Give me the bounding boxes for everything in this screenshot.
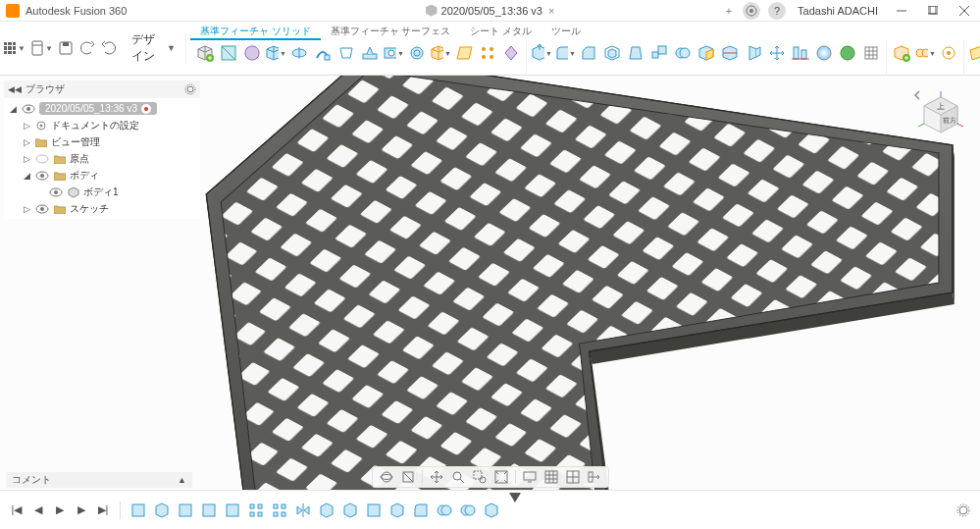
zoom-window-button[interactable]	[470, 468, 490, 486]
shell-button[interactable]	[601, 42, 623, 64]
comments-bar[interactable]: コメント ▲	[6, 472, 192, 488]
timeline-play-button[interactable]: ▶	[51, 502, 69, 519]
loft-button[interactable]	[335, 42, 357, 64]
timeline-end-button[interactable]: ▶|	[94, 502, 112, 519]
timeline-feature-sketch-1[interactable]	[129, 501, 148, 520]
draft-button[interactable]	[625, 42, 646, 64]
timeline-feature-mirror-1[interactable]	[293, 501, 313, 520]
visibility-off-icon[interactable]	[34, 153, 50, 165]
new-component-asm-button[interactable]	[891, 42, 912, 64]
sweep-button[interactable]	[312, 42, 334, 64]
combine-button[interactable]	[672, 42, 694, 64]
timeline-feature-sketch-3[interactable]	[199, 501, 219, 520]
window-close-button[interactable]	[949, 0, 980, 22]
timeline-feature-combine-2[interactable]	[458, 501, 478, 520]
timeline-settings-button[interactable]	[954, 502, 972, 519]
collapse-icon[interactable]: ◀◀	[8, 84, 22, 94]
timeline-feature-sketch-2[interactable]	[176, 501, 195, 520]
derive-button[interactable]	[500, 42, 522, 64]
tree-named-views[interactable]: ▷ ビュー管理	[4, 133, 200, 150]
timeline-feature-extrude-3[interactable]	[340, 501, 360, 520]
redo-button[interactable]	[100, 36, 118, 60]
chevron-up-icon[interactable]: ▲	[178, 475, 186, 485]
timeline-feature-extrude-5[interactable]	[482, 501, 501, 520]
document-tab[interactable]: 2020/05/05_13:36 v3 ×	[426, 5, 555, 17]
timeline-feature-extrude-4[interactable]	[387, 501, 407, 520]
look-at-button[interactable]	[398, 468, 418, 486]
offset-face-button[interactable]	[696, 42, 717, 64]
pattern-button[interactable]	[477, 42, 498, 64]
tree-origin[interactable]: ▷ 原点	[4, 150, 200, 167]
timeline-feature-combine-1[interactable]	[435, 501, 454, 520]
timeline-back-button[interactable]: ◀	[29, 502, 47, 519]
visibility-icon[interactable]	[21, 103, 36, 115]
align-button[interactable]	[790, 42, 811, 64]
tab-surface[interactable]: 基準フィーチャ サーフェス	[321, 22, 461, 40]
hole-button[interactable]: ▼	[383, 42, 404, 64]
chamfer-button[interactable]	[578, 42, 599, 64]
create-form-button[interactable]	[241, 42, 263, 64]
fillet-button[interactable]: ▼	[554, 42, 576, 64]
timeline-marker[interactable]	[509, 493, 521, 503]
close-document-icon[interactable]: ×	[548, 5, 554, 17]
pan-button[interactable]	[427, 468, 446, 486]
visibility-icon[interactable]	[34, 170, 50, 182]
zoom-button[interactable]	[448, 468, 468, 486]
twisty-icon[interactable]: ▷	[22, 121, 31, 131]
timeline-feature-extrude-1[interactable]	[152, 501, 172, 520]
twisty-icon[interactable]: ◢	[8, 104, 18, 114]
timeline-feature-pattern-2[interactable]	[270, 501, 289, 520]
save-button[interactable]	[57, 36, 75, 60]
timeline-feature-sketch-4[interactable]	[223, 501, 242, 520]
revolve-button[interactable]	[288, 42, 310, 64]
scale-button[interactable]	[648, 42, 670, 64]
record-icon[interactable]	[141, 104, 151, 114]
tab-solid[interactable]: 基準フィーチャ ソリッド	[190, 22, 321, 40]
twisty-icon[interactable]: ▷	[22, 137, 31, 147]
press-pull-button[interactable]: ▼	[531, 42, 552, 64]
orbit-button[interactable]	[377, 468, 396, 486]
extensions-button[interactable]	[743, 2, 760, 20]
undo-button[interactable]	[78, 36, 96, 60]
window-maximize-button[interactable]	[917, 0, 949, 22]
extrude-button[interactable]: ▼	[265, 42, 286, 64]
physical-material-button[interactable]	[813, 42, 835, 64]
rib-button[interactable]	[359, 42, 381, 64]
timeline-feature-pattern-1[interactable]	[246, 501, 266, 520]
tab-tools[interactable]: ツール	[542, 22, 591, 40]
box-button[interactable]: ▼	[430, 42, 451, 64]
display-settings-button[interactable]	[520, 468, 540, 486]
user-name[interactable]: Tadashi ADACHI	[790, 5, 886, 17]
timeline-feature-extrude-2[interactable]	[317, 501, 336, 520]
split-body-button[interactable]	[743, 42, 764, 64]
browser-header[interactable]: ◀◀ ブラウザ	[4, 80, 200, 98]
appearance-button[interactable]	[837, 42, 858, 64]
plane-button[interactable]	[453, 42, 475, 64]
as-built-joint-button[interactable]	[938, 42, 959, 64]
data-panel-button[interactable]: ▼	[4, 36, 26, 60]
new-component-button[interactable]	[194, 42, 216, 64]
split-face-button[interactable]	[719, 42, 741, 64]
file-menu-button[interactable]: ▼	[29, 36, 53, 60]
timeline-feature-fillet-1[interactable]	[411, 501, 431, 520]
visibility-icon[interactable]	[34, 203, 50, 215]
tree-doc-settings[interactable]: ▷ ドキュメントの設定	[4, 117, 200, 133]
timeline-feature-sketch-5[interactable]	[364, 501, 384, 520]
twisty-icon[interactable]: ◢	[22, 171, 31, 181]
viewcube[interactable]: 上 前方	[913, 87, 968, 142]
offset-plane-button[interactable]: ▼	[968, 42, 980, 64]
workspace-switcher[interactable]: デザイン ▼	[122, 33, 186, 63]
tab-sheet-metal[interactable]: シート メタル	[460, 22, 542, 40]
thread-button[interactable]	[406, 42, 428, 64]
viewport-layout-button[interactable]	[563, 468, 583, 486]
tree-sketches[interactable]: ▷ スケッチ	[4, 200, 200, 217]
twisty-icon[interactable]: ▷	[22, 204, 31, 214]
help-button[interactable]: ?	[768, 2, 786, 20]
window-minimize-button[interactable]	[886, 0, 917, 22]
timeline-start-button[interactable]: |◀	[8, 502, 26, 519]
gear-icon[interactable]	[184, 83, 196, 95]
grid-settings-button[interactable]	[542, 468, 561, 486]
timeline-forward-button[interactable]: ▶	[73, 502, 90, 519]
tree-root[interactable]: ◢ 2020/05/05_13:36 v3	[4, 100, 200, 117]
new-tab-button[interactable]: +	[719, 5, 739, 17]
